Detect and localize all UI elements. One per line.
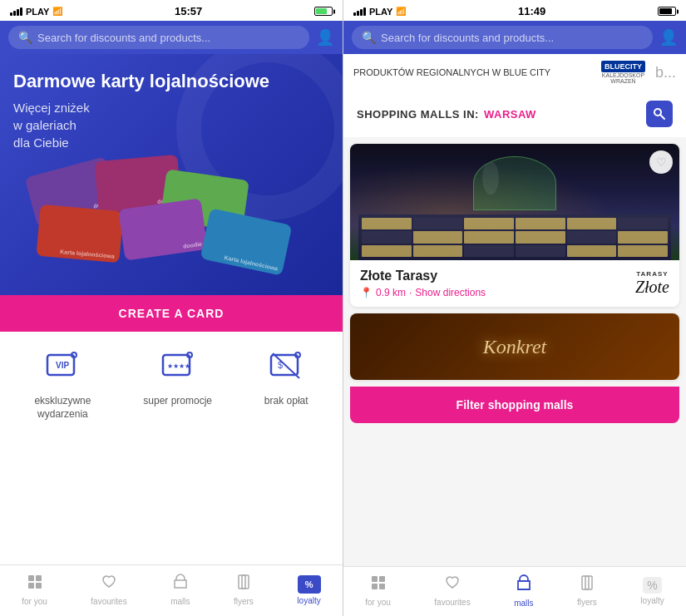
mall-details-zlote: Złote Tarasy 📍 0.9 km · Show directions <box>360 269 486 298</box>
nav-item-malls[interactable]: malls <box>164 572 196 608</box>
search-input-wrap[interactable]: 🔍 Search for discounts and products... <box>8 26 309 49</box>
svg-rect-10 <box>28 575 34 581</box>
create-card-button[interactable]: CREATE A CARD <box>0 295 343 332</box>
time-display: 15:57 <box>175 5 202 17</box>
search-placeholder-right: Search for discounts and products... <box>381 32 554 44</box>
loyalty-cards-visual: doodie doodie doodie Karta lojalnościowa… <box>13 158 329 266</box>
signal-icon <box>10 7 22 16</box>
flyers-icon-r <box>579 574 595 595</box>
mall2-image: Konkret <box>350 313 679 380</box>
search-bar-right[interactable]: 🔍 Search for discounts and products... 👤 <box>343 21 686 54</box>
grid-icon <box>27 574 43 594</box>
location-pin-icon: 📍 <box>360 287 373 298</box>
directions-link-zlote[interactable]: Show directions <box>415 287 486 298</box>
search-icon: 🔍 <box>18 31 32 44</box>
mall-image-zlote-tarasy: ♡ <box>350 144 679 260</box>
flyers-icon <box>235 574 252 594</box>
promo-icon: ★★★★ <box>160 348 196 388</box>
nav-label-r-for-you: for you <box>365 598 391 607</box>
hero-title: Darmowe karty lojalnościowe <box>13 71 329 92</box>
svg-rect-19 <box>379 576 385 582</box>
promo-logo: BLUECITY KALEJDOSKOP WRAŻEŃ <box>601 61 645 84</box>
filter-shopping-malls-button[interactable]: Filter shopping malls <box>350 387 679 423</box>
signal-icon-right <box>353 7 366 16</box>
wifi-icon-right: 📶 <box>396 7 406 16</box>
status-left-right: PLAY 📶 <box>353 7 406 17</box>
nav-item-r-flyers[interactable]: flyers <box>577 574 597 607</box>
malls-header: SHOPPING MALLS IN: WARSAW <box>343 91 686 137</box>
status-right-right <box>658 7 676 16</box>
hero-banner: Darmowe karty lojalnościowe Więcej zniże… <box>0 54 343 295</box>
grid-icon-r <box>370 574 387 595</box>
battery-fill <box>316 8 328 14</box>
favourite-button-zlote[interactable]: ♡ <box>649 150 673 174</box>
nav-item-for-you[interactable]: for you <box>15 572 54 608</box>
kalejdoskop-text: KALEJDOSKOP WRAŻEŃ <box>602 72 644 84</box>
nav-item-favourites[interactable]: favourites <box>84 572 133 608</box>
free-icon: $ <box>268 348 304 388</box>
feature-promo: ★★★★ super promocje <box>143 348 212 421</box>
promo-strip: PRODUKTÓW REGIONALNYCH W BLUE CITY BLUEC… <box>343 54 686 91</box>
svg-text:VIP: VIP <box>56 361 69 370</box>
heart-icon <box>101 574 117 594</box>
nav-label-loyalty: loyalty <box>297 596 320 605</box>
svg-text:★★★★: ★★★★ <box>167 362 190 370</box>
right-phone: PLAY 📶 11:49 🔍 Search for discounts and … <box>343 0 686 616</box>
malls-section: SHOPPING MALLS IN: WARSAW <box>343 91 686 566</box>
malls-icon <box>172 574 189 594</box>
time-display-right: 11:49 <box>518 5 545 17</box>
status-bar-right: PLAY 📶 11:49 <box>343 0 686 21</box>
nav-label-malls: malls <box>170 597 190 606</box>
user-icon[interactable]: 👤 <box>316 28 334 47</box>
nav-item-r-favourites[interactable]: favourites <box>434 574 470 607</box>
nav-item-r-malls[interactable]: malls <box>514 574 533 608</box>
nav-label-favourites: favourites <box>91 597 126 606</box>
hero-subtitle: Więcej zniżek w galeriach dla Ciebie <box>13 99 329 151</box>
loyalty-card-6: Karta lojalnościowa <box>200 209 293 276</box>
status-bar-left: PLAY 📶 15:57 <box>0 0 343 21</box>
malls-title: SHOPPING MALLS IN: <box>357 108 479 121</box>
mall-card-2[interactable]: Konkret <box>350 313 679 380</box>
nav-item-r-for-you[interactable]: for you <box>365 574 391 607</box>
nav-item-flyers[interactable]: flyers <box>227 572 260 608</box>
carrier-label-right: PLAY <box>369 7 392 17</box>
nav-label-r-flyers: flyers <box>577 598 597 607</box>
building-facade <box>358 214 671 260</box>
svg-rect-20 <box>372 584 378 589</box>
nav-label-for-you: for you <box>22 597 47 606</box>
battery-fill-right <box>659 8 672 14</box>
battery-icon-right <box>658 7 676 16</box>
feature-vip-label: ekskluzywnewydarzenia <box>34 395 91 421</box>
carrier-label: PLAY <box>26 7 49 17</box>
bottom-nav-left: for you favourites malls flyers % loyalt… <box>0 564 343 616</box>
heart-icon-r <box>444 574 461 595</box>
status-left: PLAY 📶 <box>10 7 62 17</box>
malls-search-button[interactable] <box>646 101 673 127</box>
mall2-sign: Konkret <box>483 336 546 358</box>
search-icon-malls <box>653 107 666 121</box>
nav-item-loyalty[interactable]: % loyalty <box>290 574 327 607</box>
mall-distance-zlote: 📍 0.9 km · Show directions <box>360 287 486 298</box>
vip-icon: VIP <box>44 348 81 388</box>
promo-text: PRODUKTÓW REGIONALNYCH W BLUE CITY <box>353 67 550 78</box>
distance-text-zlote: 0.9 km <box>376 287 406 298</box>
zlote-background <box>350 144 679 260</box>
nav-item-r-loyalty[interactable]: % loyalty <box>640 577 664 605</box>
search-icon-right: 🔍 <box>362 31 376 44</box>
directions-text-zlote[interactable]: · <box>409 287 412 298</box>
loyalty-card-4: Karta lojalnościowa <box>36 205 123 263</box>
bluecity-logo: BLUECITY <box>601 61 645 72</box>
loyalty-icon: % <box>298 575 321 594</box>
search-input-wrap-right[interactable]: 🔍 Search for discounts and products... <box>352 26 653 49</box>
feature-free: $ brak opłat <box>264 348 308 421</box>
loyalty-card-5: doodie <box>118 199 208 261</box>
loyalty-icon-r: % <box>643 577 661 594</box>
status-right <box>314 7 333 16</box>
search-bar-left[interactable]: 🔍 Search for discounts and products... 👤 <box>0 21 343 54</box>
mall-card-zlote-tarasy[interactable]: ♡ Złote Tarasy 📍 0.9 km · Show direction… <box>350 144 679 307</box>
svg-rect-12 <box>28 583 34 589</box>
left-phone: PLAY 📶 15:57 🔍 Search for discounts and … <box>0 0 343 616</box>
feature-vip: VIP ekskluzywnewydarzenia <box>34 348 91 421</box>
user-icon-right[interactable]: 👤 <box>659 28 678 47</box>
battery-icon <box>314 7 333 16</box>
